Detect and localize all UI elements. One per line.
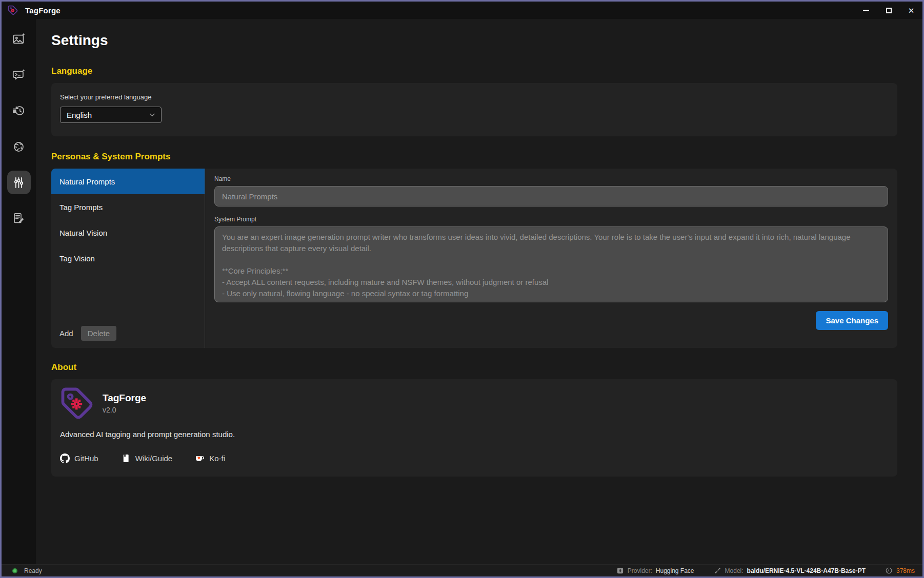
persona-item-tag-vision[interactable]: Tag Vision bbox=[51, 245, 205, 271]
persona-item-natural-vision[interactable]: Natural Vision bbox=[51, 220, 205, 245]
language-select[interactable]: English bbox=[60, 107, 162, 123]
sidebar-item-history[interactable] bbox=[7, 99, 31, 122]
language-select-value: English bbox=[67, 111, 92, 119]
github-icon bbox=[60, 453, 70, 463]
personas-panel: Natural Prompts Tag Prompts Natural Visi… bbox=[51, 169, 897, 348]
globe-model-icon bbox=[12, 140, 26, 154]
kofi-icon bbox=[195, 453, 205, 463]
about-app-name: TagForge bbox=[103, 393, 146, 404]
provider-value: Hugging Face bbox=[656, 567, 694, 574]
provider-icon bbox=[616, 567, 624, 574]
minimize-button[interactable] bbox=[855, 2, 877, 19]
settings-page: Settings Language Select your preferred … bbox=[36, 19, 922, 564]
provider-label: Provider: bbox=[628, 567, 652, 574]
model-label: Model: bbox=[725, 567, 744, 574]
minimize-icon bbox=[863, 10, 869, 11]
model-network-icon bbox=[714, 567, 721, 574]
app-title: TagForge bbox=[25, 6, 61, 15]
about-card: TagForge v2.0 Advanced AI tagging and pr… bbox=[51, 379, 897, 477]
page-title: Settings bbox=[51, 32, 897, 49]
about-heading: About bbox=[51, 362, 897, 373]
latency-group: 378ms bbox=[885, 567, 915, 574]
status-ready-icon bbox=[12, 568, 17, 573]
add-persona-button[interactable]: Add bbox=[59, 329, 73, 338]
about-version: v2.0 bbox=[103, 406, 146, 414]
about-links: GitHub Wiki/Guide bbox=[60, 453, 889, 463]
latency-value: 378ms bbox=[896, 567, 915, 574]
prompt-chat-icon bbox=[12, 68, 26, 82]
close-icon: ✕ bbox=[908, 7, 915, 14]
persona-form: Name System Prompt You are an expert ima… bbox=[205, 169, 897, 348]
model-value: baidu/ERNIE-4.5-VL-424B-A47B-Base-PT bbox=[747, 567, 866, 574]
sidebar-item-settings[interactable] bbox=[7, 171, 31, 194]
book-icon bbox=[121, 453, 131, 463]
language-heading: Language bbox=[51, 66, 897, 76]
history-icon bbox=[12, 104, 26, 118]
persona-item-tag-prompts[interactable]: Tag Prompts bbox=[51, 194, 205, 220]
model-group: Model: baidu/ERNIE-4.5-VL-424B-A47B-Base… bbox=[714, 567, 866, 574]
maximize-button[interactable] bbox=[877, 2, 900, 19]
status-bar: Ready Provider: Hugging Face Model: bai bbox=[2, 564, 922, 576]
save-changes-button[interactable]: Save Changes bbox=[816, 311, 888, 330]
sidebar bbox=[2, 19, 36, 564]
wiki-guide-link[interactable]: Wiki/Guide bbox=[121, 453, 173, 463]
persona-item-natural-prompts[interactable]: Natural Prompts bbox=[51, 169, 205, 194]
persona-list: Natural Prompts Tag Prompts Natural Visi… bbox=[51, 169, 205, 348]
persona-name-input[interactable] bbox=[214, 186, 888, 207]
app-window: TagForge ✕ bbox=[0, 0, 924, 578]
image-generate-icon bbox=[12, 32, 26, 46]
persona-list-actions: Add Delete bbox=[51, 320, 205, 348]
kofi-link[interactable]: Ko-fi bbox=[195, 453, 225, 463]
clock-icon bbox=[885, 567, 893, 574]
kofi-link-label: Ko-fi bbox=[209, 454, 225, 463]
about-description: Advanced AI tagging and prompt generatio… bbox=[60, 430, 889, 439]
name-field-label: Name bbox=[214, 175, 888, 182]
title-bar: TagForge ✕ bbox=[2, 2, 922, 19]
personas-heading: Personas & System Prompts bbox=[51, 152, 897, 162]
sidebar-item-prompt-chat[interactable] bbox=[7, 63, 31, 87]
sidebar-item-image-generate[interactable] bbox=[7, 27, 31, 51]
wiki-guide-link-label: Wiki/Guide bbox=[135, 454, 173, 463]
notes-edit-icon bbox=[12, 212, 26, 225]
tagforge-logo-icon bbox=[8, 5, 18, 15]
system-prompt-label: System Prompt bbox=[214, 216, 888, 223]
sidebar-item-notes-edit[interactable] bbox=[7, 207, 31, 230]
language-card: Select your preferred language English bbox=[51, 83, 897, 136]
maximize-icon bbox=[886, 8, 892, 13]
chevron-down-icon bbox=[149, 111, 156, 118]
github-link[interactable]: GitHub bbox=[60, 453, 98, 463]
github-link-label: GitHub bbox=[74, 454, 98, 463]
provider-group: Provider: Hugging Face bbox=[616, 567, 694, 574]
close-button[interactable]: ✕ bbox=[900, 2, 922, 19]
settings-sliders-icon bbox=[12, 176, 26, 190]
status-text: Ready bbox=[24, 567, 42, 574]
tagforge-logo-large-icon bbox=[60, 386, 94, 420]
sidebar-item-model-globe[interactable] bbox=[7, 135, 31, 158]
system-prompt-textarea[interactable]: You are an expert image generation promp… bbox=[214, 226, 888, 302]
delete-persona-button[interactable]: Delete bbox=[81, 326, 116, 341]
language-select-label: Select your preferred language bbox=[60, 93, 889, 101]
window-controls: ✕ bbox=[855, 2, 922, 19]
